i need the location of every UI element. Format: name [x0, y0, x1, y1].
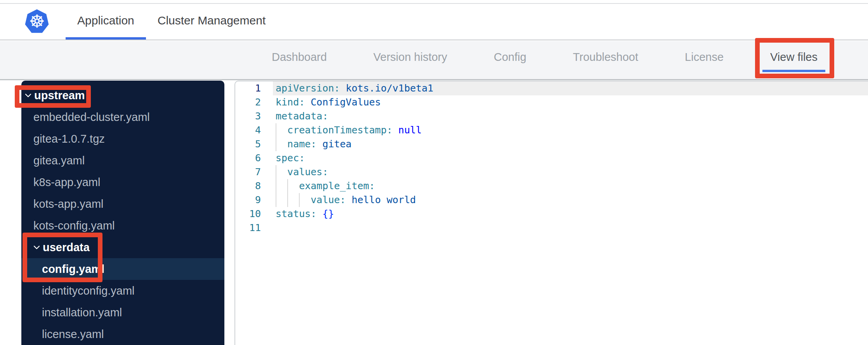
- code-line: 5 name: gitea: [235, 137, 868, 151]
- file-label: identityconfig.yaml: [42, 285, 135, 297]
- tree-file-license-yaml[interactable]: license.yaml: [21, 323, 224, 345]
- tree-file-k8s-app-yaml[interactable]: k8s-app.yaml: [21, 171, 224, 193]
- folder-label: upstream: [34, 89, 85, 102]
- file-label: license.yaml: [42, 328, 104, 341]
- file-tree: upstreamembedded-cluster.yamlgitea-1.0.7…: [21, 81, 224, 345]
- chevron-down-icon: [25, 93, 34, 98]
- code-editor[interactable]: 1apiVersion: kots.io/v1beta12kind: Confi…: [234, 81, 868, 345]
- code-line: 11: [235, 221, 868, 235]
- tab-license[interactable]: License: [677, 44, 731, 72]
- code-line: 9 value: hello world: [235, 193, 868, 207]
- indent-guide: [276, 193, 276, 207]
- tree-file-kots-config-yaml[interactable]: kots-config.yaml: [21, 215, 224, 236]
- line-number: 7: [235, 165, 261, 179]
- tree-file-gitea-1-0-7-tgz[interactable]: gitea-1.0.7.tgz: [21, 128, 224, 150]
- line-number: 3: [235, 109, 261, 123]
- code-line: 6spec:: [235, 151, 868, 165]
- tree-file-installation-yaml[interactable]: installation.yaml: [21, 302, 224, 323]
- tab-view-files[interactable]: View files: [762, 44, 825, 72]
- chevron-down-icon: [33, 245, 43, 250]
- code-line-content: status: {}: [273, 207, 868, 221]
- token-key: metadata:: [276, 110, 328, 122]
- file-label: kots-app.yaml: [33, 198, 104, 210]
- app-subnav: DashboardVersion historyConfigTroublesho…: [0, 41, 868, 80]
- token-str: hello world: [346, 194, 416, 205]
- line-number: 10: [235, 207, 261, 221]
- tree-folder-userdata[interactable]: userdata: [21, 236, 224, 258]
- helm-wheel-icon: ☸: [29, 12, 45, 30]
- code-line-content: kind: ConfigValues: [273, 95, 868, 109]
- token-key: value:: [276, 194, 346, 205]
- indent-guide: [287, 179, 288, 193]
- tab-dashboard[interactable]: Dashboard: [264, 44, 335, 72]
- code-line: 4 creationTimestamp: null: [235, 123, 868, 137]
- token-str: ConfigValues: [305, 97, 381, 108]
- tab-version-history[interactable]: Version history: [366, 44, 455, 72]
- token-key: creationTimestamp:: [276, 124, 392, 136]
- token-key: kind:: [276, 97, 305, 108]
- code-line-content: creationTimestamp: null: [273, 123, 868, 137]
- line-number: 5: [235, 137, 261, 151]
- tab-troubleshoot[interactable]: Troubleshoot: [565, 44, 646, 72]
- main-header: ☸ ApplicationCluster Management: [0, 4, 868, 40]
- indent-guide: [276, 123, 276, 137]
- code-line-content: value: hello world: [273, 193, 868, 207]
- token-key: name:: [276, 138, 316, 150]
- file-label: gitea.yaml: [33, 154, 85, 167]
- line-number: 2: [235, 95, 261, 109]
- header-tab-application[interactable]: Application: [66, 4, 146, 40]
- code-line: 3metadata:: [235, 109, 868, 123]
- file-label: config.yaml: [42, 263, 104, 276]
- code-line: 2kind: ConfigValues: [235, 95, 868, 109]
- token-str: kots.io/v1beta1: [340, 83, 434, 94]
- indent-guide: [299, 193, 300, 207]
- code-line-content: metadata:: [273, 109, 868, 123]
- code-line-content: apiVersion: kots.io/v1beta1: [273, 81, 868, 95]
- line-number: 9: [235, 193, 261, 207]
- code-line-content: [273, 221, 868, 235]
- line-number: 6: [235, 151, 261, 165]
- code-line-content: spec:: [273, 151, 868, 165]
- token-str: gitea: [316, 138, 351, 150]
- file-label: gitea-1.0.7.tgz: [33, 133, 105, 145]
- folder-label: userdata: [43, 241, 90, 254]
- file-label: kots-config.yaml: [33, 219, 115, 232]
- file-label: k8s-app.yaml: [33, 176, 100, 189]
- line-number: 11: [235, 221, 261, 235]
- code-line: 8 example_item:: [235, 179, 868, 193]
- tree-file-gitea-yaml[interactable]: gitea.yaml: [21, 150, 224, 171]
- indent-guide: [287, 193, 288, 207]
- tree-file-identityconfig-yaml[interactable]: identityconfig.yaml: [21, 280, 224, 302]
- header-tab-cluster-management[interactable]: Cluster Management: [146, 4, 277, 40]
- code-line: 1apiVersion: kots.io/v1beta1: [235, 81, 868, 95]
- indent-guide: [276, 165, 276, 179]
- token-key: apiVersion:: [276, 83, 340, 94]
- line-number: 1: [235, 81, 261, 95]
- token-brace: {}: [316, 208, 334, 219]
- code-line-content: name: gitea: [273, 137, 868, 151]
- tree-file-kots-app-yaml[interactable]: kots-app.yaml: [21, 193, 224, 215]
- code-line-content: example_item:: [273, 179, 868, 193]
- file-label: embedded-cluster.yaml: [33, 111, 150, 124]
- code-line-content: values:: [273, 165, 868, 179]
- token-key: status:: [276, 208, 316, 219]
- indent-guide: [276, 137, 276, 151]
- line-number: 4: [235, 123, 261, 137]
- code-line: 10status: {}: [235, 207, 868, 221]
- indent-guide: [276, 179, 276, 193]
- tree-folder-upstream[interactable]: upstream: [21, 85, 224, 106]
- token-key: spec:: [276, 152, 305, 164]
- token-key: values:: [276, 166, 328, 178]
- header-tabs: ApplicationCluster Management: [66, 4, 277, 40]
- token-key: example_item:: [276, 180, 375, 191]
- tree-file-embedded-cluster-yaml[interactable]: embedded-cluster.yaml: [21, 106, 224, 128]
- file-label: installation.yaml: [42, 306, 122, 319]
- token-kw: null: [392, 124, 422, 136]
- kubernetes-logo[interactable]: ☸: [25, 9, 49, 34]
- tab-config[interactable]: Config: [486, 44, 534, 72]
- line-number: 8: [235, 179, 261, 193]
- tree-file-config-yaml[interactable]: config.yaml: [21, 258, 224, 280]
- code-line: 7 values:: [235, 165, 868, 179]
